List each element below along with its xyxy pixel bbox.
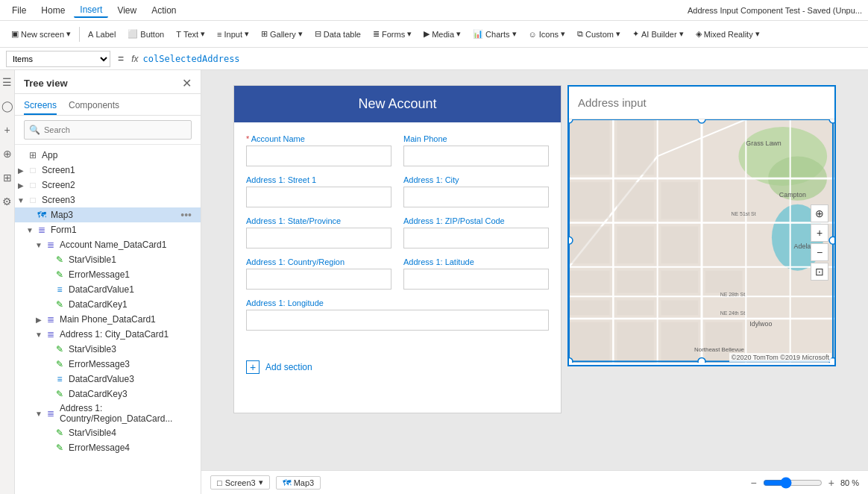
shapes-icon[interactable]: ◯ xyxy=(1,100,13,112)
datacard-icon: ≣ xyxy=(45,328,57,340)
menu-view[interactable]: View xyxy=(111,4,142,17)
screen3-selector[interactable]: □ Screen3 ▾ xyxy=(210,475,270,490)
location-button[interactable]: ⊡ xyxy=(811,263,828,281)
expand-icon: ▼ xyxy=(15,196,27,204)
plus-icon[interactable]: + xyxy=(1,124,13,136)
data-icon[interactable]: ⊞ xyxy=(1,172,13,184)
icons-button[interactable]: ☺ Icons ▾ xyxy=(523,27,571,41)
expand-icon: ▼ xyxy=(33,410,45,418)
layers-icon[interactable]: ⊕ xyxy=(1,148,13,160)
tree-item-main-phone-dc1[interactable]: ▶ ≣ Main Phone_DataCard1 xyxy=(15,312,201,327)
label-button[interactable]: A Label xyxy=(83,28,121,41)
tree-item-starvisible3[interactable]: ✎ StarVisible3 xyxy=(15,342,201,357)
state-input[interactable] xyxy=(246,228,391,248)
formula-input[interactable] xyxy=(143,51,862,67)
zoom-out-button[interactable]: − xyxy=(811,243,828,261)
zoom-slider[interactable] xyxy=(763,477,823,489)
new-screen-button[interactable]: ▣ New screen ▾ xyxy=(6,27,76,41)
svg-text:Adelai: Adelai xyxy=(794,243,813,250)
tree-item-city-dc1[interactable]: ▼ ≣ Address 1: City_DataCard1 xyxy=(15,327,201,342)
tree-item-datacardkey1[interactable]: ✎ DataCardKey1 xyxy=(15,297,201,312)
gallery-button[interactable]: ⊞ Gallery ▾ xyxy=(256,27,308,41)
field-icon: ✎ xyxy=(54,358,66,370)
zoom-percentage: 80 % xyxy=(840,478,859,487)
menu-file[interactable]: File xyxy=(6,4,32,17)
input-icon: ≡ xyxy=(217,30,221,39)
more-options-icon[interactable]: ••• xyxy=(177,209,195,221)
tree-item-errormessage1[interactable]: ✎ ErrorMessage1 xyxy=(15,267,201,282)
tree-item-datacardvalue3[interactable]: ≡ DataCardValue3 xyxy=(15,372,201,387)
map3-selector[interactable]: 🗺 Map3 xyxy=(276,476,321,490)
icons-icon: ☺ xyxy=(529,30,537,39)
input-button[interactable]: ≡ Input ▾ xyxy=(212,27,254,41)
tab-screens[interactable]: Screens xyxy=(24,97,57,115)
tree-close-button[interactable]: ✕ xyxy=(182,76,192,90)
charts-button[interactable]: 📊 Charts ▾ xyxy=(468,27,521,41)
ai-builder-button[interactable]: ✦ AI Builder ▾ xyxy=(627,27,689,41)
field-main-phone: Main Phone xyxy=(403,134,549,166)
tree-item-screen2[interactable]: ▶ □ Screen2 xyxy=(15,178,201,193)
zip-input[interactable] xyxy=(403,228,549,248)
latitude-input[interactable] xyxy=(403,269,549,290)
hamburger-icon[interactable]: ☰ xyxy=(1,76,13,88)
add-section-button[interactable]: + Add section xyxy=(234,351,561,383)
tree-item-label: Main Phone_DataCard1 xyxy=(60,314,195,325)
svg-rect-24 xyxy=(569,271,609,293)
tree-item-starvisible4[interactable]: ✎ StarVisible4 xyxy=(15,425,201,440)
menu-home[interactable]: Home xyxy=(35,4,71,17)
bottom-bar: □ Screen3 ▾ 🗺 Map3 − + 80 % xyxy=(201,470,868,494)
country-input[interactable] xyxy=(246,269,391,290)
svg-text:Campton: Campton xyxy=(779,191,806,198)
tree-item-account-name-dc1[interactable]: ▼ ≣ Account Name_DataCard1 xyxy=(15,237,201,252)
tree-item-form1[interactable]: ▼ ≣ Form1 xyxy=(15,222,201,237)
city-input[interactable] xyxy=(403,187,549,207)
formula-dropdown[interactable]: Items xyxy=(6,51,110,67)
tree-item-errormessage3[interactable]: ✎ ErrorMessage3 xyxy=(15,357,201,372)
svg-rect-29 xyxy=(617,300,653,315)
forms-button[interactable]: ≣ Forms ▾ xyxy=(368,27,417,41)
tree-item-app[interactable]: ⊞ App xyxy=(15,148,201,163)
tree-item-screen3[interactable]: ▼ □ Screen3 xyxy=(15,193,201,207)
tree-item-datacardvalue1[interactable]: ≡ DataCardValue1 xyxy=(15,282,201,297)
text-button[interactable]: T Text ▾ xyxy=(171,27,210,41)
zoom-minus-button[interactable]: − xyxy=(748,477,760,489)
account-name-input[interactable] xyxy=(246,146,391,166)
media-button[interactable]: ▶ Media ▾ xyxy=(418,27,466,41)
tree-item-label: StarVisible1 xyxy=(69,254,195,265)
menu-bar: File Home Insert View Action Address Inp… xyxy=(0,0,868,21)
zoom-in-button[interactable]: + xyxy=(811,224,828,242)
street1-input[interactable] xyxy=(246,187,391,207)
svg-text:Grass Lawn: Grass Lawn xyxy=(746,140,781,147)
address-input-panel: Grass Lawn Campton Adelai Idylwoo Northe… xyxy=(567,85,836,366)
button-button[interactable]: ⬜ Button xyxy=(122,27,169,41)
tree-item-screen1[interactable]: ▶ □ Screen1 xyxy=(15,163,201,178)
settings-icon[interactable]: ⚙ xyxy=(1,196,13,207)
address-search-input[interactable] xyxy=(569,87,834,119)
city-label: Address 1: City xyxy=(403,175,549,184)
datatable-button[interactable]: ⊟ Data table xyxy=(309,27,366,41)
main-phone-input[interactable] xyxy=(403,146,549,166)
tree-item-errormessage4[interactable]: ✎ ErrorMessage4 xyxy=(15,440,201,455)
tree-item-country-dc[interactable]: ▼ ≣ Address 1: Country/Region_DataCard..… xyxy=(15,401,201,425)
custom-button[interactable]: ⧉ Custom ▾ xyxy=(572,27,626,41)
zoom-control: − + 80 % xyxy=(748,477,859,489)
mixed-reality-button[interactable]: ◈ Mixed Reality ▾ xyxy=(691,27,765,41)
menu-insert[interactable]: Insert xyxy=(74,3,108,18)
compass-button[interactable]: ⊕ xyxy=(811,204,828,222)
svg-text:Idylwoo: Idylwoo xyxy=(749,320,772,328)
tree-item-map3[interactable]: 🗺 Map3 ••• xyxy=(15,207,201,222)
tree-item-datacardkey3[interactable]: ✎ DataCardKey3 xyxy=(15,387,201,401)
map-container[interactable]: Grass Lawn Campton Adelai Idylwoo Northe… xyxy=(569,119,834,365)
tree-item-starvisible1[interactable]: ✎ StarVisible1 xyxy=(15,252,201,267)
svg-point-51 xyxy=(829,237,834,244)
tree-body: ⊞ App ▶ □ Screen1 ▶ □ Screen2 ▼ □ Screen… xyxy=(15,145,201,494)
zoom-plus-button[interactable]: + xyxy=(825,477,837,489)
tab-components[interactable]: Components xyxy=(69,97,119,115)
svg-rect-32 xyxy=(617,322,653,363)
map-svg: Grass Lawn Campton Adelai Idylwoo Northe… xyxy=(569,119,834,363)
datatable-icon: ⊟ xyxy=(315,29,321,39)
menu-action[interactable]: Action xyxy=(145,4,182,17)
longitude-input[interactable] xyxy=(246,310,549,331)
gallery-btn-label: Gallery xyxy=(270,30,296,39)
search-input[interactable] xyxy=(24,120,192,140)
